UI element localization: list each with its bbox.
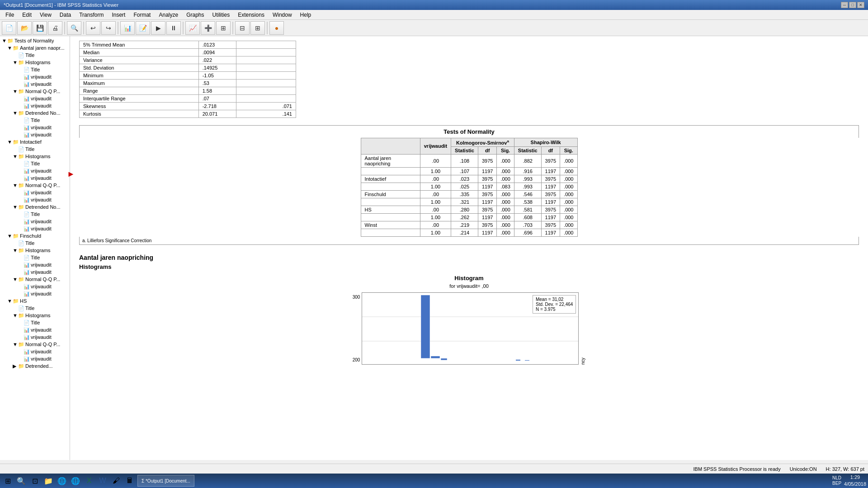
spss-taskbar-app[interactable]: Σ *Output1 [Document... bbox=[137, 475, 194, 487]
title-bar-text: *Output1 [Document1] - IBM SPSS Statisti… bbox=[4, 2, 118, 8]
start-button[interactable]: ⊞ bbox=[2, 475, 14, 487]
tree-item-title-3[interactable]: 📄 Title bbox=[0, 117, 70, 124]
menu-data[interactable]: Data bbox=[56, 11, 75, 19]
tree-item-title-9[interactable]: 📄 Title bbox=[0, 305, 70, 312]
tree-item-title-6[interactable]: 📄 Title bbox=[0, 211, 70, 218]
tree-label-24: Detrended No... bbox=[25, 204, 61, 210]
tree-item-title-4[interactable]: 📄 Title bbox=[0, 145, 70, 153]
excel-button[interactable]: X bbox=[83, 475, 95, 487]
print-button[interactable]: 🖨 bbox=[48, 21, 62, 35]
tree-item-intotactief[interactable]: ▼ 📁 Intotactief bbox=[0, 138, 70, 145]
tree-item-histograms-3[interactable]: ▼ 📁 Histograms bbox=[0, 247, 70, 254]
run-button[interactable]: ▶ bbox=[151, 21, 165, 35]
tree-item-chart-11[interactable]: 📊 vrijwaudit bbox=[0, 218, 70, 225]
tree-item-finschuld[interactable]: ▼ 📁 Finschuld bbox=[0, 232, 70, 239]
tree-item-title-2[interactable]: 📄 Title bbox=[0, 66, 70, 73]
menu-view[interactable]: View bbox=[36, 11, 55, 19]
redo-button[interactable]: ↪ bbox=[101, 21, 116, 35]
insert-button[interactable]: ➕ bbox=[201, 21, 215, 35]
menu-utilities[interactable]: Utilities bbox=[209, 11, 234, 19]
edge-button[interactable]: 🌐 bbox=[56, 475, 68, 487]
tree-item-aantal-jaren[interactable]: ▼ 📁 Aantal jaren naopr... bbox=[0, 44, 70, 52]
tree-item-chart-4[interactable]: 📊 vrijwaudit bbox=[0, 102, 70, 109]
tree-item-chart-14[interactable]: 📊 vrijwaudit bbox=[0, 268, 70, 276]
expand-button[interactable]: ⊞ bbox=[250, 21, 265, 35]
tree-item-normal-qq-2[interactable]: ▼ 📁 Normal Q-Q P... bbox=[0, 182, 70, 189]
chrome-button[interactable]: 🌐 bbox=[70, 475, 81, 487]
save-button[interactable]: 💾 bbox=[33, 21, 47, 35]
pivot-button[interactable]: ⊞ bbox=[216, 21, 231, 35]
minimize-button[interactable]: ─ bbox=[841, 2, 848, 8]
close-button[interactable]: ✕ bbox=[857, 2, 864, 8]
tree-item-title-5[interactable]: 📄 Title bbox=[0, 160, 70, 167]
tree-expand-10: ▼ bbox=[7, 233, 13, 239]
menu-transform[interactable]: Transform bbox=[75, 11, 107, 19]
tree-item-tests-of-normality[interactable]: ▼ 📁 Tests of Normality bbox=[0, 37, 70, 44]
goto-data-button[interactable]: 📊 bbox=[120, 21, 135, 35]
normality-cell-0-6: 3975 bbox=[541, 154, 560, 167]
menu-help[interactable]: Help bbox=[297, 11, 315, 19]
tree-item-chart-1[interactable]: 📊 vrijwaudit bbox=[0, 73, 70, 80]
status-dimensions: H: 327, W: 637 pt bbox=[826, 466, 864, 472]
tree-item-chart-19[interactable]: 📊 vrijwaudit bbox=[0, 348, 70, 355]
chart-icon-9: 📊 bbox=[24, 189, 30, 196]
tree-item-chart-5[interactable]: 📊 vrijwaudit bbox=[0, 124, 70, 131]
pause-button[interactable]: ⏸ bbox=[166, 21, 181, 35]
tree-item-histograms-1[interactable]: ▼ 📁 Histograms bbox=[0, 59, 70, 66]
tree-item-chart-3[interactable]: 📊 vrijwaudit bbox=[0, 95, 70, 102]
search-taskbar-button[interactable]: 🔍 bbox=[15, 475, 27, 487]
tree-item-chart-16[interactable]: 📊 vrijwaudit bbox=[0, 290, 70, 297]
calculator-button[interactable]: 🖩 bbox=[124, 475, 136, 487]
tree-item-normal-qq-4[interactable]: ▼ 📁 Normal Q-Q P... bbox=[0, 341, 70, 348]
menu-edit[interactable]: Edit bbox=[19, 11, 35, 19]
tree-item-chart-2[interactable]: 📊 vrijwaudit bbox=[0, 80, 70, 88]
file-explorer-button[interactable]: 📁 bbox=[42, 475, 54, 487]
chart-editor-button[interactable]: 📈 bbox=[185, 21, 200, 35]
tree-item-title-1[interactable]: 📄 Title bbox=[0, 52, 70, 59]
tree-item-normal-qq-1[interactable]: ▼ 📁 Normal Q-Q P... bbox=[0, 88, 70, 95]
tree-item-chart-13[interactable]: 📊 vrijwaudit bbox=[0, 261, 70, 268]
tree-item-title-7[interactable]: 📄 Title bbox=[0, 239, 70, 247]
tree-item-chart-12[interactable]: 📊 vrijwaudit bbox=[0, 225, 70, 232]
menu-analyze[interactable]: Analyze bbox=[155, 11, 182, 19]
goto-syntax-button[interactable]: 📝 bbox=[136, 21, 150, 35]
maximize-button[interactable]: □ bbox=[849, 2, 856, 8]
tree-item-chart-7[interactable]: 📊 vrijwaudit bbox=[0, 167, 70, 174]
left-panel: ▼ 📁 Tests of Normality ▼ 📁 Aantal jaren … bbox=[0, 36, 70, 460]
tree-item-detrended-2[interactable]: ▼ 📁 Detrended No... bbox=[0, 203, 70, 211]
chart-icon-15: 📊 bbox=[24, 283, 30, 290]
script-button[interactable]: ● bbox=[269, 21, 284, 35]
legend-n: N = 3.975 bbox=[536, 307, 573, 312]
new-file-button[interactable]: 📄 bbox=[2, 21, 16, 35]
tree-item-histograms-4[interactable]: ▼ 📁 Histograms bbox=[0, 312, 70, 319]
menu-extensions[interactable]: Extensions bbox=[234, 11, 268, 19]
taskview-button[interactable]: ⊡ bbox=[29, 475, 41, 487]
tree-item-detrended-3[interactable]: ▶ 📁 Detrended... bbox=[0, 362, 70, 370]
tree-item-chart-10[interactable]: 📊 vrijwaudit bbox=[0, 196, 70, 203]
tree-item-chart-17[interactable]: 📊 vrijwaudit bbox=[0, 326, 70, 333]
tree-item-histograms-2[interactable]: ▼ 📁 Histograms bbox=[0, 153, 70, 160]
tree-item-chart-6[interactable]: 📊 vrijwaudit bbox=[0, 131, 70, 138]
undo-button[interactable]: ↩ bbox=[86, 21, 100, 35]
menu-graphs[interactable]: Graphs bbox=[183, 11, 208, 19]
tree-item-hs[interactable]: ▼ 📁 HS bbox=[0, 297, 70, 305]
tree-item-title-8[interactable]: 📄 Title bbox=[0, 254, 70, 261]
tree-item-normal-qq-3[interactable]: ▼ 📁 Normal Q-Q P... bbox=[0, 276, 70, 283]
word-button[interactable]: W bbox=[97, 475, 108, 487]
menu-insert[interactable]: Insert bbox=[108, 11, 129, 19]
menu-file[interactable]: File bbox=[2, 11, 18, 19]
search-button[interactable]: 🔍 bbox=[67, 21, 81, 35]
paint-button[interactable]: 🖌 bbox=[110, 475, 122, 487]
tree-item-chart-20[interactable]: 📊 vrijwaudit bbox=[0, 355, 70, 362]
tree-item-chart-18[interactable]: 📊 vrijwaudit bbox=[0, 333, 70, 341]
menu-format[interactable]: Format bbox=[130, 11, 154, 19]
normality-cell-6-5: .581 bbox=[514, 206, 541, 213]
tree-item-detrended-1[interactable]: ▼ 📁 Detrended No... bbox=[0, 109, 70, 117]
tree-item-chart-8[interactable]: 📊 vrijwaudit bbox=[0, 174, 70, 182]
tree-item-title-10[interactable]: 📄 Title bbox=[0, 319, 70, 326]
tree-item-chart-15[interactable]: 📊 vrijwaudit bbox=[0, 283, 70, 290]
collapse-button[interactable]: ⊟ bbox=[235, 21, 250, 35]
open-button[interactable]: 📂 bbox=[17, 21, 32, 35]
menu-window[interactable]: Window bbox=[269, 11, 296, 19]
tree-item-chart-9[interactable]: 📊 vrijwaudit bbox=[0, 189, 70, 196]
